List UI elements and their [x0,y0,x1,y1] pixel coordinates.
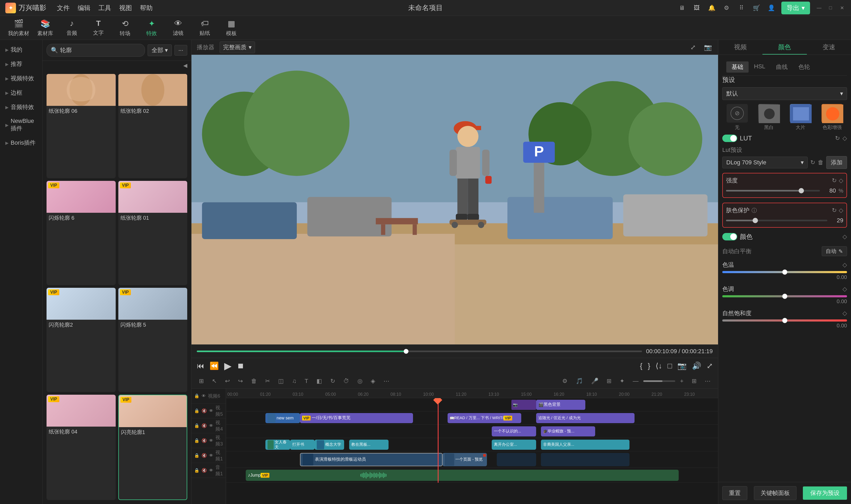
snap-toggle[interactable]: ⊞ [604,377,614,386]
tab-speed[interactable]: 变速 [807,40,851,55]
select-tool[interactable]: ↖ [210,377,219,386]
tool-transition[interactable]: ⟲ 转场 [112,17,138,39]
color-toggle-switch[interactable] [722,233,737,240]
subtab-wheel[interactable]: 色轮 [793,61,815,73]
tool-my-material[interactable]: 🎬 我的素材 [5,17,32,39]
clip-stranger[interactable]: 一个不认识的... [492,426,536,436]
effect-item-2[interactable]: VIP 闪烁轮廓 6 [47,181,116,285]
tool-audio[interactable]: ♪ 音频 [58,17,85,39]
sidebar-item-my[interactable]: ▶ 我的 [0,42,42,57]
clip-skater[interactable]: 表演滑板特技的滑板运动员 [300,453,443,466]
preset-dropdown[interactable]: 默认 ▾ [722,87,847,100]
tool-template[interactable]: ▦ 模板 [218,17,245,39]
progress-bar[interactable] [197,350,642,352]
effect-item-0[interactable]: 纸张轮廓 06 [47,74,116,178]
tool-text[interactable]: T 文字 [85,17,112,39]
sidebar-item-recommend[interactable]: ▶ 推荐 [0,57,42,71]
ai-tool[interactable]: ◈ [368,377,377,386]
sidebar-item-border[interactable]: ▶ 边框 [0,86,42,100]
clip-read[interactable]: 📖 READ / 万里... 下书 / WRITI VIP [448,413,522,423]
subtab-curve[interactable]: 曲线 [771,61,793,73]
clip-diary[interactable]: VIP 一/日/无/书/百事荒芜 [300,413,413,423]
clip-woman[interactable]: 女人春天 [266,439,290,450]
zoom-slider[interactable] [643,380,675,382]
tint-slider[interactable] [722,295,847,298]
tool-filter[interactable]: 👁 滤镜 [165,17,192,39]
menu-tools[interactable]: 工具 [98,4,111,12]
clip-blackboard[interactable]: 教在黑板... [349,439,388,450]
subtab-hsl[interactable]: HSL [748,61,771,73]
temp-diamond[interactable]: ◇ [843,262,847,268]
clip-dark1[interactable] [497,453,536,466]
auto-layout[interactable]: ⚙ [560,377,569,386]
export-button[interactable]: 导出 ▾ [781,2,810,14]
tool-library[interactable]: 📚 素材库 [32,17,58,39]
clip-page[interactable]: 一个页面 - 预览 [442,453,487,466]
grid-view[interactable]: ⊞ [690,377,699,386]
effect-item-1[interactable]: 纸张轮廓 02 [118,74,187,178]
color-diamond[interactable]: ◇ [843,233,847,240]
lut-delete[interactable]: 🗑 [818,159,823,166]
step-back-button[interactable]: ⏪ [210,361,219,370]
clip-father[interactable]: 非裔美国人父亲... [541,439,630,450]
effect-item-5[interactable]: VIP 闪烁轮廓 5 [118,288,187,392]
clip-univ[interactable]: 概念大学 [314,439,344,450]
lut-reset-icon[interactable]: ↻ [835,135,840,142]
insert-button[interactable]: ⟨↓ [655,361,662,370]
lut-toggle-switch[interactable] [722,134,737,142]
text-tool[interactable]: T [303,377,310,386]
quality-select[interactable]: 完整画质 ▾ [220,41,255,53]
tool-sticker[interactable]: 🏷 贴纸 [192,17,218,39]
effect-item-6[interactable]: VIP 纸张轮廓 04 [47,395,116,500]
auto-wb-badge[interactable]: 自动 ✎ [822,246,847,256]
clip-black-bg[interactable]: 🎬 黑色背景 [536,400,585,410]
panel-collapse[interactable]: ◀ [42,61,191,70]
color-tool[interactable]: ◧ [314,377,324,386]
play-button[interactable]: ▶ [224,360,232,372]
stabilize-tool[interactable]: ◎ [355,377,365,386]
subtab-basic[interactable]: 基础 [726,61,748,73]
sidebar-item-video-fx[interactable]: ▶ 视频特效 [0,71,42,86]
clip-office[interactable]: 离开办公室... [492,439,536,450]
intensity-diamond[interactable]: ◇ [839,177,843,184]
voiceover[interactable]: 🎤 [589,377,600,386]
mark-out-button[interactable]: } [648,362,650,370]
crop-tool[interactable]: ◫ [276,377,286,386]
more-tools[interactable]: ⋯ [381,377,392,386]
effect-item-3[interactable]: VIP 纸张轮廓 01 [118,181,187,285]
tool-effects[interactable]: ✦ 特效 [138,17,165,39]
fx-toggle[interactable]: ✦ [617,377,627,386]
tab-color[interactable]: 颜色 [762,40,807,55]
rewind-button[interactable]: ⏮ [197,361,204,370]
clip-dark2[interactable] [541,453,630,466]
skin-slider-track[interactable] [726,220,827,221]
rotate-tool[interactable]: ↻ [328,377,337,386]
skin-diamond[interactable]: ◇ [839,207,843,214]
effect-item-7[interactable]: VIP 闪亮轮廓1 [118,395,187,500]
volume-button[interactable]: 🔊 [692,361,701,370]
preview-snap-icon[interactable]: 📷 [703,42,713,52]
effect-item-4[interactable]: VIP 闪亮轮廓2 [47,288,116,392]
undo-icon[interactable]: ⊞ [197,377,206,386]
clip-cam[interactable]: 📷 [511,400,536,410]
close-button[interactable]: ✕ [838,4,846,12]
sat-slider[interactable] [722,320,847,322]
zoom-out[interactable]: — [631,377,641,386]
keyframe-button[interactable]: 关键帧面板 [754,486,796,500]
preset-none[interactable]: ⊘ 无 [722,104,752,131]
menu-view[interactable]: 视图 [119,4,132,12]
clip-jump[interactable]: ♪ Jump VIP [246,470,679,481]
sidebar-item-audio-fx[interactable]: ▶ 音频特效 [0,100,42,114]
zoom-in[interactable]: + [678,377,686,386]
add-track[interactable]: 🎵 [574,377,585,386]
maximize-button[interactable]: □ [827,4,834,12]
redo-button[interactable]: ↪ [236,377,245,386]
tab-video[interactable]: 视频 [718,40,762,55]
reset-button[interactable]: 重置 [722,486,747,500]
undo-button[interactable]: ↩ [223,377,232,386]
playhead[interactable] [438,398,438,483]
sidebar-item-boris[interactable]: ▶ Boris插件 [0,136,42,150]
preset-bw[interactable]: 黑白 [754,104,783,131]
mark-in-button[interactable]: { [640,362,642,370]
fullscreen-button[interactable]: ⤢ [707,361,713,370]
